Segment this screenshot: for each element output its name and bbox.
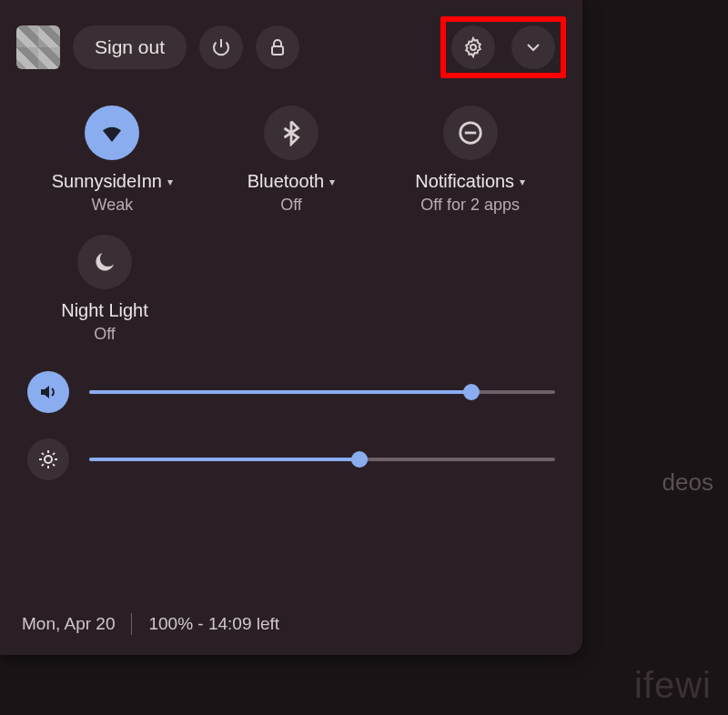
collapse-button[interactable] xyxy=(511,25,555,69)
sign-out-label: Sign out xyxy=(95,36,165,58)
bluetooth-label-row[interactable]: Bluetooth ▾ xyxy=(248,171,336,192)
night-light-row: Night Light Off xyxy=(0,215,582,344)
night-light-tile[interactable]: Night Light Off xyxy=(36,235,173,344)
sliders-section xyxy=(0,344,582,480)
volume-thumb[interactable] xyxy=(463,384,480,400)
night-light-toggle[interactable] xyxy=(77,235,132,289)
power-icon xyxy=(210,36,232,58)
bluetooth-icon xyxy=(278,119,305,146)
lock-icon xyxy=(267,36,288,58)
notifications-tile[interactable]: Notifications ▾ Off for 2 apps xyxy=(385,106,555,215)
panel-top-row: Sign out xyxy=(0,0,582,78)
wifi-icon xyxy=(98,119,126,146)
night-light-status: Off xyxy=(94,325,116,344)
bluetooth-toggle[interactable] xyxy=(264,106,318,160)
dropdown-caret-icon: ▾ xyxy=(167,176,173,188)
brightness-button[interactable] xyxy=(27,438,69,480)
quick-settings-panel: Sign out SunnysideInn ▾ We xyxy=(0,0,582,655)
dropdown-caret-icon: ▾ xyxy=(520,176,525,188)
wifi-label: SunnysideInn xyxy=(52,171,162,192)
volume-slider[interactable] xyxy=(89,390,555,394)
gear-icon xyxy=(462,36,484,58)
background-text: deos xyxy=(662,468,713,497)
wifi-status: Weak xyxy=(91,196,133,215)
brightness-thumb[interactable] xyxy=(351,451,368,468)
sign-out-button[interactable]: Sign out xyxy=(73,25,187,69)
volume-row xyxy=(27,371,555,413)
lock-button[interactable] xyxy=(256,25,299,69)
footer-divider xyxy=(131,613,132,635)
bluetooth-label: Bluetooth xyxy=(248,171,325,192)
settings-button[interactable] xyxy=(451,25,495,69)
do-not-disturb-icon xyxy=(457,119,484,146)
notifications-status: Off for 2 apps xyxy=(420,196,520,215)
bluetooth-status: Off xyxy=(280,196,302,215)
wifi-tile[interactable]: SunnysideInn ▾ Weak xyxy=(27,106,197,215)
watermark: ifewi xyxy=(634,665,712,706)
date-text: Mon, Apr 20 xyxy=(22,614,115,634)
annotation-highlight xyxy=(440,16,566,78)
volume-icon xyxy=(37,381,59,403)
bluetooth-tile[interactable]: Bluetooth ▾ Off xyxy=(207,106,377,215)
brightness-row xyxy=(27,438,555,480)
dropdown-caret-icon: ▾ xyxy=(329,176,335,188)
notifications-label-row[interactable]: Notifications ▾ xyxy=(415,171,525,192)
volume-button[interactable] xyxy=(27,371,69,413)
brightness-icon xyxy=(37,448,59,470)
chevron-down-icon xyxy=(522,36,544,58)
power-button[interactable] xyxy=(199,25,243,69)
panel-footer: Mon, Apr 20 100% - 14:09 left xyxy=(0,600,301,655)
notifications-toggle[interactable] xyxy=(443,106,498,160)
battery-status: 100% - 14:09 left xyxy=(148,614,279,634)
night-light-label-row: Night Light xyxy=(61,300,148,321)
svg-point-1 xyxy=(470,45,476,50)
wifi-toggle[interactable] xyxy=(85,106,139,160)
brightness-slider[interactable] xyxy=(89,458,555,461)
svg-rect-0 xyxy=(272,46,283,55)
notifications-label: Notifications xyxy=(415,171,514,192)
user-avatar[interactable] xyxy=(16,25,60,69)
wifi-label-row[interactable]: SunnysideInn ▾ xyxy=(52,171,173,192)
night-light-label: Night Light xyxy=(61,300,148,321)
night-light-icon xyxy=(91,248,118,276)
svg-point-3 xyxy=(45,456,52,463)
quick-tiles: SunnysideInn ▾ Weak Bluetooth ▾ Off Noti… xyxy=(0,78,582,215)
